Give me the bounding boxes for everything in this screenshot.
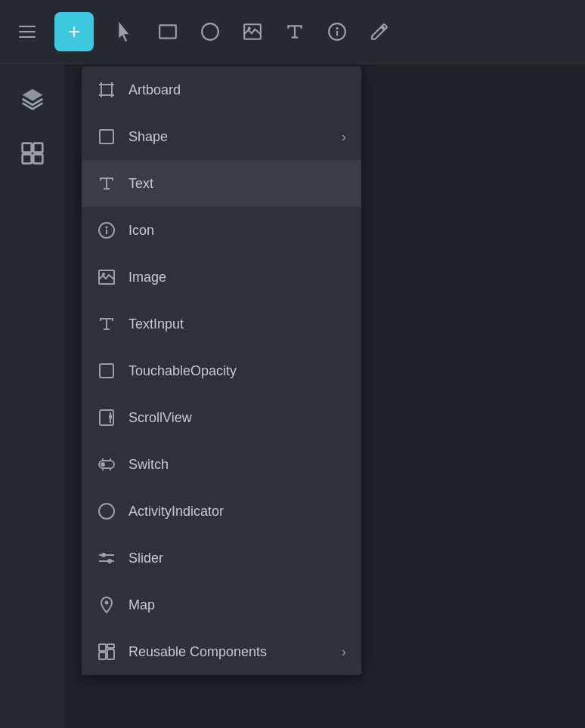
activityindicator-label: ActivityIndicator [128, 504, 346, 520]
menu-item-scrollview[interactable]: ScrollView [82, 394, 361, 441]
svg-rect-0 [159, 25, 176, 38]
shape-arrow: › [342, 129, 346, 145]
svg-point-1 [202, 23, 218, 40]
menu-item-activityindicator[interactable]: ActivityIndicator [82, 488, 361, 535]
text-menu-icon [97, 174, 116, 193]
pen-tool[interactable] [366, 18, 393, 45]
image-tool[interactable] [239, 18, 266, 45]
menu-item-map[interactable]: Map [82, 581, 361, 628]
svg-rect-10 [33, 154, 42, 163]
layers-icon[interactable] [16, 82, 49, 116]
svg-point-25 [102, 273, 105, 276]
hamburger-button[interactable] [12, 17, 42, 47]
image-label: Image [128, 270, 346, 285]
menu-item-shape[interactable]: Shape › [82, 113, 361, 160]
svg-rect-11 [101, 85, 112, 95]
menu-item-textinput[interactable]: TextInput [82, 301, 361, 347]
add-button[interactable]: + [54, 12, 94, 51]
svg-rect-43 [107, 644, 114, 648]
image-menu-icon [97, 267, 116, 287]
svg-point-38 [101, 553, 106, 557]
add-icon: + [68, 21, 80, 42]
map-label: Map [128, 597, 346, 613]
toolbar-tools [112, 18, 393, 45]
info-tool[interactable] [323, 18, 351, 45]
svg-rect-42 [99, 644, 106, 651]
svg-rect-7 [22, 143, 31, 153]
switch-icon [97, 455, 116, 474]
hamburger-line-2 [19, 31, 36, 32]
menu-item-icon[interactable]: Icon [82, 207, 361, 254]
left-sidebar [0, 64, 64, 728]
svg-rect-9 [22, 154, 31, 163]
reusable-icon [97, 642, 116, 662]
svg-rect-45 [107, 649, 114, 659]
components-icon[interactable] [16, 137, 49, 170]
scrollview-icon [97, 408, 116, 427]
rectangle-tool[interactable] [154, 18, 181, 45]
menu-item-reusablecomponents[interactable]: Reusable Components › [82, 628, 361, 675]
reusable-arrow: › [342, 644, 346, 660]
map-icon [97, 595, 116, 615]
activity-icon [97, 501, 116, 521]
text-tool[interactable] [281, 18, 308, 45]
svg-rect-8 [33, 143, 42, 153]
circle-tool[interactable] [197, 18, 224, 45]
text-label: Text [128, 176, 346, 192]
svg-point-31 [101, 462, 105, 467]
menu-item-text[interactable]: Text [82, 160, 361, 207]
svg-rect-29 [109, 415, 112, 419]
add-dropdown-menu: Artboard Shape › Text Icon [82, 66, 361, 675]
hamburger-line-3 [19, 36, 36, 38]
toolbar: + [0, 0, 585, 64]
svg-point-40 [107, 559, 112, 563]
scrollview-label: ScrollView [128, 410, 346, 426]
hamburger-line-1 [19, 26, 36, 27]
shape-label: Shape [128, 129, 330, 145]
touchable-icon [97, 361, 116, 381]
textinput-icon [97, 314, 116, 334]
menu-item-touchableopacity[interactable]: TouchableOpacity [82, 347, 361, 394]
icon-label: Icon [128, 223, 346, 239]
menu-item-switch[interactable]: Switch [82, 441, 361, 488]
menu-item-image[interactable]: Image [82, 254, 361, 301]
switch-label: Switch [128, 457, 346, 473]
icon-menu-icon [97, 221, 116, 240]
reusablecomponents-label: Reusable Components [128, 644, 330, 660]
slider-label: Slider [128, 551, 346, 566]
menu-item-slider[interactable]: Slider [82, 535, 361, 581]
menu-item-artboard[interactable]: Artboard [82, 66, 361, 113]
slider-icon [97, 548, 116, 568]
svg-point-3 [248, 27, 251, 30]
artboard-label: Artboard [128, 82, 346, 98]
cursor-tool[interactable] [112, 18, 139, 45]
svg-rect-26 [100, 364, 113, 378]
artboard-icon [97, 80, 116, 100]
svg-point-36 [99, 504, 114, 519]
svg-point-41 [105, 601, 109, 605]
textinput-label: TextInput [128, 316, 346, 332]
shape-icon [97, 127, 116, 147]
touchableopacity-label: TouchableOpacity [128, 363, 346, 379]
svg-rect-44 [99, 652, 106, 659]
svg-rect-20 [100, 130, 113, 143]
